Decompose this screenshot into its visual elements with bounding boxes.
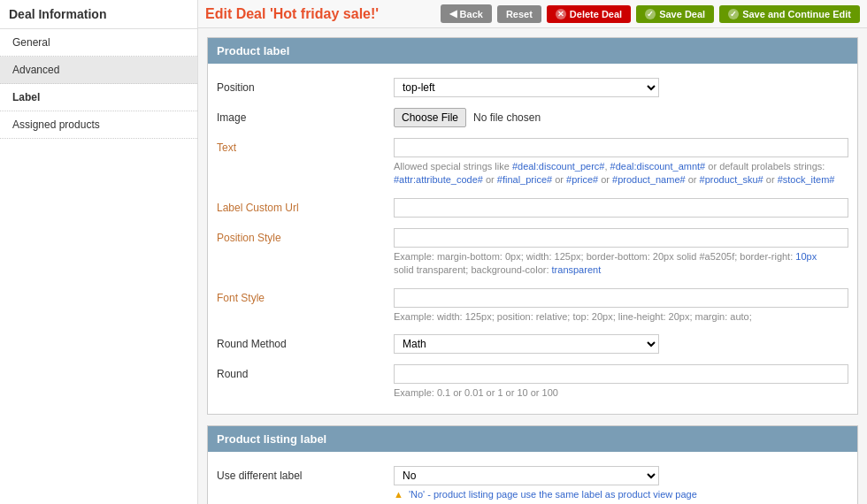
- use-different-label-select[interactable]: No Yes: [394, 466, 659, 485]
- delete-label: Delete Deal: [570, 9, 622, 19]
- text-hint: Allowed special strings like #deal:disco…: [394, 160, 848, 187]
- round-method-row: Round Method Math Round Floor Ceil: [208, 329, 857, 359]
- save-continue-button[interactable]: ✓ Save and Continue Edit: [719, 5, 860, 23]
- position-style-input[interactable]: [394, 228, 848, 248]
- sidebar-item-general[interactable]: General: [0, 29, 197, 57]
- text-input[interactable]: [394, 138, 848, 157]
- save-label: Save Deal: [659, 9, 705, 19]
- save-icon: ✓: [645, 9, 656, 19]
- use-different-label-row: Use different label No Yes ▲ 'No' - prod…: [208, 461, 857, 504]
- save-continue-label: Save and Continue Edit: [742, 9, 851, 19]
- position-row: Position top-left top-right bottom-left …: [208, 73, 857, 103]
- position-style-row: Position Style Example: margin-bottom: 0…: [208, 223, 857, 283]
- round-row: Round Example: 0.1 or 0.01 or 1 or 10 or…: [208, 359, 857, 405]
- round-method-select[interactable]: Math Round Floor Ceil: [394, 334, 659, 354]
- position-style-hint: Example: margin-bottom: 0px; width: 125p…: [394, 250, 848, 278]
- no-file-text: No file chosen: [473, 111, 541, 124]
- delete-icon: ✕: [556, 9, 566, 19]
- sidebar-item-label[interactable]: Label: [0, 84, 197, 111]
- choose-file-button[interactable]: Choose File: [394, 108, 466, 127]
- warning-triangle-icon: ▲: [394, 489, 403, 500]
- delete-deal-button[interactable]: ✕ Delete Deal: [547, 5, 631, 23]
- product-label-section: Product label Position top-left top-righ…: [207, 37, 858, 415]
- product-listing-label-section: Product listing label Use different labe…: [207, 425, 858, 504]
- text-row: Text Allowed special strings like #deal:…: [208, 133, 857, 193]
- use-different-label-control: No Yes ▲ 'No' - product listing page use…: [394, 466, 848, 501]
- product-label-header: Product label: [208, 38, 857, 64]
- round-label: Round: [217, 364, 394, 380]
- image-row: Image Choose File No file chosen: [208, 103, 857, 133]
- use-different-label-label: Use different label: [217, 466, 394, 482]
- position-label: Position: [217, 78, 394, 94]
- image-control: Choose File No file chosen: [394, 108, 848, 127]
- sidebar-item-advanced[interactable]: Advanced: [0, 57, 197, 84]
- reset-button[interactable]: Reset: [497, 5, 541, 23]
- font-style-control: Example: width: 125px; position: relativ…: [394, 288, 848, 324]
- round-method-label: Round Method: [217, 334, 394, 350]
- reset-label: Reset: [506, 9, 533, 19]
- back-label: Back: [460, 9, 483, 19]
- back-button[interactable]: ◀ Back: [441, 4, 492, 23]
- sidebar-title: Deal Information: [0, 0, 197, 29]
- font-style-label: Font Style: [217, 288, 394, 304]
- product-listing-label-form: Use different label No Yes ▲ 'No' - prod…: [208, 452, 857, 504]
- product-label-form: Position top-left top-right bottom-left …: [208, 64, 857, 414]
- round-method-control: Math Round Floor Ceil: [394, 334, 848, 354]
- position-control: top-left top-right bottom-left bottom-ri…: [394, 78, 848, 97]
- content-area: Product label Position top-left top-righ…: [198, 28, 867, 504]
- product-listing-label-header: Product listing label: [208, 426, 857, 452]
- position-select[interactable]: top-left top-right bottom-left bottom-ri…: [394, 78, 659, 97]
- back-arrow-icon: ◀: [449, 8, 457, 19]
- round-hint: Example: 0.1 or 0.01 or 1 or 10 or 100: [394, 386, 848, 400]
- sidebar: Deal Information General Advanced Label …: [0, 0, 198, 504]
- save-deal-button[interactable]: ✓ Save Deal: [636, 5, 714, 23]
- use-different-label-hint: ▲ 'No' - product listing page use the sa…: [394, 488, 848, 501]
- text-control: Allowed special strings like #deal:disco…: [394, 138, 848, 187]
- image-label: Image: [217, 108, 394, 124]
- top-bar: Edit Deal 'Hot friday sale!' ◀ Back Rese…: [198, 0, 867, 28]
- save-continue-icon: ✓: [728, 9, 739, 19]
- sidebar-item-assigned-products[interactable]: Assigned products: [0, 111, 197, 139]
- hint-text: 'No' - product listing page use the same…: [409, 489, 697, 500]
- label-custom-url-control: [394, 198, 848, 218]
- position-style-label: Position Style: [217, 228, 394, 244]
- label-custom-url-input[interactable]: [394, 198, 848, 218]
- round-control: Example: 0.1 or 0.01 or 1 or 10 or 100: [394, 364, 848, 400]
- page-title: Edit Deal 'Hot friday sale!': [205, 6, 435, 22]
- font-style-input[interactable]: [394, 288, 848, 308]
- font-style-hint: Example: width: 125px; position: relativ…: [394, 310, 848, 324]
- text-label: Text: [217, 138, 394, 154]
- label-custom-url-row: Label Custom Url: [208, 193, 857, 223]
- label-custom-url-label: Label Custom Url: [217, 198, 394, 214]
- main-content: Edit Deal 'Hot friday sale!' ◀ Back Rese…: [198, 0, 867, 504]
- position-style-control: Example: margin-bottom: 0px; width: 125p…: [394, 228, 848, 278]
- round-input[interactable]: [394, 364, 848, 384]
- font-style-row: Font Style Example: width: 125px; positi…: [208, 283, 857, 329]
- image-file-row: Choose File No file chosen: [394, 108, 848, 127]
